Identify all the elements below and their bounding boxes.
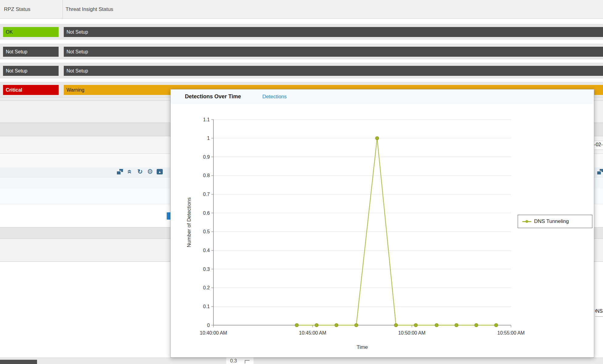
partial-table-cell: DNS bbox=[595, 307, 603, 317]
legend-line-sample bbox=[522, 221, 531, 222]
svg-text:0.4: 0.4 bbox=[203, 248, 210, 253]
svg-text:0.2: 0.2 bbox=[203, 285, 210, 290]
threat-insight-status-bar: Not Setup bbox=[64, 47, 603, 57]
partial-date-cell: -02- bbox=[593, 141, 603, 150]
export-icon[interactable]: ▲ bbox=[157, 169, 163, 174]
status-table-header: RPZ Status Threat Insight Status bbox=[0, 0, 603, 19]
copy-window-icon[interactable] bbox=[117, 169, 123, 175]
rpz-status-badge: Not Setup bbox=[3, 66, 59, 76]
svg-text:0.1: 0.1 bbox=[203, 304, 210, 309]
status-row[interactable]: Not Setup Not Setup bbox=[0, 44, 603, 59]
column-header-rpz-status: RPZ Status bbox=[4, 0, 30, 19]
detections-popup: Detections Over Time Detections 00.10.20… bbox=[170, 89, 594, 358]
svg-text:10:40:00 AM: 10:40:00 AM bbox=[200, 330, 227, 335]
partial-dark-bar bbox=[0, 360, 37, 364]
partial-axis-corner bbox=[245, 360, 250, 363]
svg-text:1.1: 1.1 bbox=[203, 117, 210, 122]
legend-label: DNS Tunneling bbox=[534, 218, 569, 224]
svg-text:0.3: 0.3 bbox=[203, 267, 210, 272]
screen: RPZ Status Threat Insight Status OK Not … bbox=[0, 0, 603, 364]
rpz-status-badge: Not Setup bbox=[3, 47, 59, 57]
status-row[interactable]: Not Setup Not Setup bbox=[0, 63, 603, 78]
column-divider bbox=[63, 0, 63, 19]
rpz-status-badge: OK bbox=[3, 27, 59, 37]
widget-toolbar-fragment: « bbox=[597, 169, 603, 175]
rpz-status-badge: Critical bbox=[3, 85, 59, 95]
svg-text:0.5: 0.5 bbox=[203, 229, 210, 234]
chart-x-axis-label: Time bbox=[356, 344, 368, 350]
column-header-threat-insight-status: Threat Insight Status bbox=[66, 0, 113, 19]
svg-text:0.7: 0.7 bbox=[203, 192, 210, 197]
svg-text:10:50:00 AM: 10:50:00 AM bbox=[398, 330, 425, 335]
svg-text:0.8: 0.8 bbox=[203, 173, 210, 178]
status-row[interactable]: OK Not Setup bbox=[0, 24, 603, 39]
svg-text:0: 0 bbox=[207, 323, 210, 328]
partial-axis-tick-label: 0.3 bbox=[230, 358, 237, 364]
svg-text:0.9: 0.9 bbox=[203, 154, 210, 160]
svg-text:0.6: 0.6 bbox=[203, 211, 210, 216]
widget-toolbar: « ↻ ⚙ ▲ bbox=[117, 169, 166, 175]
collapse-icon[interactable]: « bbox=[127, 168, 133, 175]
svg-text:10:55:00 AM: 10:55:00 AM bbox=[497, 330, 525, 335]
chart-legend[interactable]: DNS Tunneling bbox=[518, 215, 592, 228]
chart-y-axis-label: Number of Detections bbox=[186, 197, 192, 247]
background-band bbox=[0, 358, 603, 364]
svg-text:10:45:00 AM: 10:45:00 AM bbox=[299, 330, 326, 335]
svg-text:1: 1 bbox=[207, 136, 210, 141]
legend-dot bbox=[526, 220, 528, 223]
copy-window-icon[interactable] bbox=[597, 169, 603, 175]
threat-insight-status-bar: Not Setup bbox=[64, 27, 603, 37]
refresh-icon[interactable]: ↻ bbox=[137, 169, 143, 175]
settings-icon[interactable]: ⚙ bbox=[147, 169, 153, 175]
threat-insight-status-bar: Not Setup bbox=[64, 66, 603, 76]
